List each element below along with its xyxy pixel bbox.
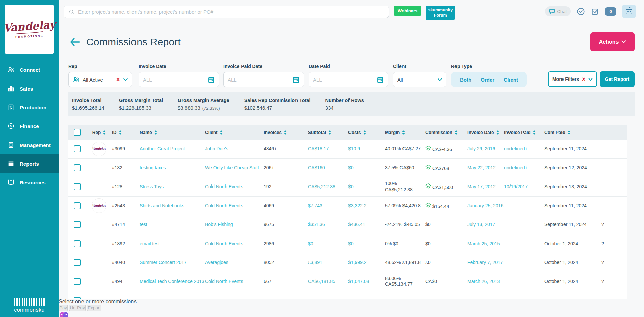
clock-check-icon[interactable] — [576, 7, 585, 16]
sort-icon[interactable] — [154, 130, 157, 135]
project-name-link[interactable]: test — [140, 222, 205, 228]
help-icon[interactable]: ? — [601, 279, 604, 284]
sort-icon[interactable] — [533, 130, 536, 135]
project-name-link[interactable]: Medical Tech Conference 2013 — [140, 279, 205, 285]
column-header-costs[interactable]: Costs — [348, 130, 385, 135]
column-header-invoice-paid[interactable]: Invoice Paid — [504, 130, 544, 135]
invoice-date-link[interactable]: July 29, 2016 — [467, 146, 504, 152]
sidebar-item-connect[interactable]: Connect — [0, 60, 59, 79]
task-checkbox-icon[interactable] — [591, 7, 599, 16]
sort-icon[interactable] — [455, 130, 458, 135]
project-name-link[interactable]: Shirts and Notebooks — [140, 203, 205, 209]
subtotal-link[interactable]: $7,743 — [308, 203, 348, 209]
sort-icon[interactable] — [402, 130, 405, 135]
subtotal-link[interactable]: $0 — [308, 241, 348, 247]
client-filter-select[interactable]: All — [393, 72, 446, 87]
sort-icon[interactable] — [119, 130, 122, 135]
subtotal-link[interactable]: CA$160 — [308, 165, 348, 171]
subtotal-link[interactable]: CA$5,212.38 — [308, 184, 348, 190]
help-icon[interactable]: ? — [601, 260, 604, 265]
client-link[interactable]: We Only Like Cheap Stuff — [205, 165, 264, 171]
column-header-com-paid[interactable]: Com Paid — [544, 130, 601, 135]
rep-type-option-both[interactable]: Both — [460, 77, 471, 83]
rep-type-option-client[interactable]: Client — [504, 77, 518, 83]
more-filters-button[interactable]: More Filters ✕ — [548, 71, 597, 87]
sidebar-item-resources[interactable]: Resources — [0, 173, 59, 192]
row-checkbox[interactable] — [74, 145, 81, 152]
subtotal-link[interactable]: CA$18.17 — [308, 146, 348, 152]
client-link[interactable]: Bob's Fishing — [205, 222, 264, 228]
sort-icon[interactable] — [496, 130, 499, 135]
costs-link[interactable]: $0 — [348, 184, 385, 190]
row-checkbox[interactable] — [74, 278, 81, 285]
sidebar-item-reports[interactable]: Reports — [0, 154, 59, 173]
row-checkbox[interactable] — [74, 202, 81, 209]
project-name-link[interactable]: email test — [140, 241, 205, 247]
sidebar-item-finance[interactable]: $ Finance — [0, 117, 59, 136]
row-checkbox[interactable] — [74, 259, 81, 266]
ai-assistant-button[interactable] — [59, 311, 644, 317]
get-report-button[interactable]: Get Report — [600, 71, 635, 87]
invoice-date-link[interactable]: May 22, 2012 — [467, 165, 504, 171]
clear-rep-filter-icon[interactable]: ✕ — [116, 77, 120, 82]
costs-link[interactable]: $3,322.2 — [348, 203, 385, 209]
skummunity-forum-button[interactable]: skummunityForum — [426, 6, 455, 20]
sort-icon[interactable] — [363, 130, 366, 135]
column-header-commission[interactable]: Commission — [425, 130, 467, 135]
column-header-id[interactable]: ID — [112, 130, 140, 135]
costs-link[interactable]: $436.41 — [348, 222, 385, 228]
sort-icon[interactable] — [103, 130, 106, 135]
sort-icon[interactable] — [220, 130, 223, 135]
invoice-paid-link[interactable]: undefined+ — [504, 146, 544, 152]
sort-icon[interactable] — [284, 130, 287, 135]
subtotal-link[interactable]: $351.36 — [308, 222, 348, 228]
column-header-margin[interactable]: Margin — [385, 130, 425, 135]
help-icon[interactable]: ? — [601, 241, 604, 246]
column-header-rep[interactable]: Rep — [86, 130, 112, 135]
invoice-date-link[interactable]: March 25, 2015 — [467, 241, 504, 247]
rep-avatar[interactable] — [92, 236, 106, 251]
row-checkbox[interactable] — [74, 164, 81, 171]
costs-link[interactable]: $1,999.2 — [348, 260, 385, 266]
clear-more-filters-icon[interactable]: ✕ — [582, 76, 586, 82]
project-name-link[interactable]: Another Great Project — [140, 146, 205, 152]
invoice-paid-date-filter-input[interactable]: ALL — [223, 72, 304, 87]
rep-avatar[interactable] — [92, 179, 106, 194]
costs-link[interactable]: $10.9 — [348, 146, 385, 152]
rep-avatar[interactable] — [92, 274, 106, 289]
pay-button[interactable]: Pay — [59, 305, 68, 311]
unpay-button[interactable]: Un-Pay — [69, 305, 85, 311]
invoice-date-link[interactable]: January 25, 2016 — [467, 203, 504, 209]
sidebar-item-management[interactable]: Management — [0, 136, 59, 154]
costs-link[interactable]: $0 — [348, 165, 385, 171]
company-logo[interactable]: Vandelay PROMOTIONS — [5, 5, 54, 54]
column-header-invoices[interactable]: Invoices — [264, 130, 308, 135]
help-icon[interactable]: ? — [601, 222, 604, 227]
client-link[interactable]: Cold North Events — [205, 203, 264, 209]
webinars-button[interactable]: Webinars — [394, 6, 421, 16]
rep-avatar[interactable] — [92, 255, 106, 270]
invoice-date-link[interactable]: May 17, 2012 — [467, 184, 504, 190]
rep-avatar[interactable]: Vandelay — [92, 142, 106, 156]
costs-link[interactable]: $1,047.08 — [348, 279, 385, 285]
subtotal-link[interactable]: £3,891 — [308, 260, 348, 266]
rep-avatar[interactable] — [92, 160, 106, 175]
invoice-paid-link[interactable]: undefined+ — [504, 165, 544, 171]
client-link[interactable]: Averagjoes — [205, 260, 264, 266]
costs-link[interactable]: $0 — [348, 241, 385, 247]
project-name-link[interactable]: Stress Toys — [140, 184, 205, 190]
sidebar-item-sales[interactable]: Sales — [0, 79, 59, 98]
column-header-invoice-date[interactable]: Invoice Date — [467, 130, 504, 135]
row-checkbox[interactable] — [74, 297, 81, 299]
rep-type-option-order[interactable]: Order — [481, 77, 494, 83]
subtotal-link[interactable]: CA$6,181.85 — [308, 279, 348, 285]
actions-button[interactable]: Actions — [590, 32, 635, 51]
sort-icon[interactable] — [568, 130, 570, 135]
sidebar-item-production[interactable]: Production — [0, 98, 59, 117]
global-search[interactable] — [64, 6, 389, 18]
column-header-client[interactable]: Client — [205, 130, 264, 135]
invoice-date-link[interactable]: July 13, 2017 — [467, 222, 504, 228]
project-name-link[interactable]: testing taxes — [140, 165, 205, 171]
rep-avatar[interactable]: Vandelay — [92, 198, 106, 213]
column-header-name[interactable]: Name — [140, 130, 205, 135]
